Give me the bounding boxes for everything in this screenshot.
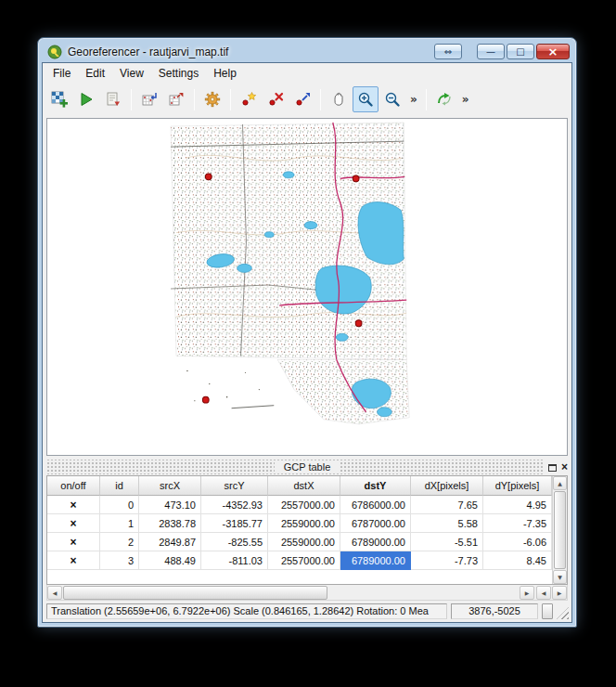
zoom-in-button[interactable]: [353, 86, 379, 112]
gcp-cell[interactable]: 6789000.00: [340, 533, 411, 551]
gcp-cell[interactable]: 2838.78: [139, 514, 201, 533]
gcp-cell[interactable]: 488.49: [139, 551, 201, 570]
scroll-right-button[interactable]: ▶: [520, 586, 534, 600]
gcp-marker[interactable]: [355, 320, 362, 327]
hscroll-track[interactable]: [63, 586, 519, 600]
delete-point-button[interactable]: [263, 86, 289, 112]
zoom-link-button[interactable]: [431, 86, 457, 112]
close-button[interactable]: ×: [536, 44, 570, 59]
gcp-cell[interactable]: 0: [100, 496, 139, 514]
gcp-cell[interactable]: -811.03: [201, 551, 268, 570]
scroll-up-button[interactable]: ▲: [553, 476, 567, 490]
arrange-button[interactable]: ⇔: [434, 44, 462, 59]
save-gcp-icon: [168, 91, 185, 108]
load-gcp-icon: [141, 91, 158, 108]
load-gcp-button[interactable]: [136, 86, 162, 112]
gcp-cell[interactable]: 2849.87: [139, 533, 201, 551]
minimize-button[interactable]: —: [477, 44, 505, 59]
table-horizontal-scrollbar[interactable]: ◀ ▶ ◀ ▶: [46, 585, 568, 601]
column-header-dsty[interactable]: dstY: [340, 476, 411, 496]
gcp-cell[interactable]: 1: [100, 514, 139, 533]
move-point-button[interactable]: [289, 86, 315, 112]
toolbar-overflow-button[interactable]: »: [406, 93, 421, 106]
transform-status: Translation (2.55659e+06, 6.7922e+06) Sc…: [46, 603, 447, 619]
gcp-cell[interactable]: 2557000.00: [268, 496, 340, 514]
gcp-cell[interactable]: 2559000.00: [268, 533, 340, 551]
scroll-down-button[interactable]: ▼: [553, 570, 567, 584]
add-point-button[interactable]: [236, 86, 262, 112]
raster-map: [47, 119, 567, 455]
gcp-cell[interactable]: 2559000.00: [268, 514, 340, 533]
table-vertical-scrollbar[interactable]: ▲ ▼: [552, 476, 567, 584]
gcp-cell[interactable]: 473.10: [139, 496, 201, 514]
gcp-cell[interactable]: -825.55: [201, 533, 268, 551]
gcp-marker[interactable]: [353, 175, 359, 182]
start-georeferencing-button[interactable]: [73, 86, 99, 112]
gcp-cell[interactable]: 2: [100, 533, 139, 551]
gcp-marker[interactable]: [202, 396, 209, 403]
save-gcp-button[interactable]: [163, 86, 189, 112]
delete-point-icon: [267, 91, 284, 108]
hscroll-thumb[interactable]: [63, 586, 327, 600]
transformation-settings-button[interactable]: [199, 86, 225, 112]
dock-float-icon: [548, 464, 557, 472]
gcp-enabled-checkbox[interactable]: ×: [47, 533, 100, 551]
menu-view[interactable]: View: [112, 65, 151, 82]
gcp-cell[interactable]: -3185.77: [201, 514, 268, 533]
gcp-cell[interactable]: -5.51: [411, 533, 483, 551]
pan-button[interactable]: [326, 86, 352, 112]
gcp-enabled-checkbox[interactable]: ×: [47, 496, 100, 514]
menu-file[interactable]: File: [45, 65, 78, 82]
gcp-cell[interactable]: 8.45: [483, 551, 552, 570]
gcp-cell[interactable]: -6.06: [483, 533, 552, 551]
scroll-extra-right-button[interactable]: ▶: [552, 586, 567, 600]
gcp-cell[interactable]: 5.58: [411, 514, 483, 533]
gcp-cell[interactable]: -4352.93: [201, 496, 268, 514]
table-row: × 3 488.49 -811.03 2557000.00 6789000.00…: [47, 551, 552, 570]
gcp-cell[interactable]: -7.35: [483, 514, 552, 533]
column-header-dstx[interactable]: dstX: [268, 476, 340, 496]
column-header-dx[interactable]: dX[pixels]: [411, 476, 483, 496]
toolbar-separator: [426, 89, 427, 110]
gcp-cell[interactable]: 2557000.00: [268, 551, 340, 570]
column-header-id[interactable]: id: [100, 476, 139, 496]
zoom-out-button[interactable]: [379, 86, 405, 112]
zoom-link-icon: [436, 91, 453, 108]
open-raster-button[interactable]: [46, 86, 72, 112]
maximize-button[interactable]: □: [507, 44, 534, 59]
column-header-onoff[interactable]: on/off: [47, 476, 100, 496]
toolbar-separator: [230, 89, 231, 110]
resize-grip[interactable]: [557, 607, 569, 619]
column-header-srcx[interactable]: srcX: [139, 476, 201, 496]
menu-help[interactable]: Help: [206, 65, 244, 82]
status-mini-button[interactable]: [542, 603, 553, 619]
scroll-left-button[interactable]: ◀: [47, 586, 62, 600]
gcp-enabled-checkbox[interactable]: ×: [47, 551, 100, 570]
column-header-srcy[interactable]: srcY: [201, 476, 268, 496]
gcp-cell-selected[interactable]: 6789000.00: [340, 551, 411, 570]
map-canvas[interactable]: [46, 118, 568, 456]
titlebar[interactable]: Georeferencer - rautjarvi_map.tif ⇔ — □ …: [38, 38, 576, 62]
gcp-cell[interactable]: 6787000.00: [340, 514, 411, 533]
dock-close-button[interactable]: ×: [561, 461, 568, 473]
gcp-cell[interactable]: -7.73: [411, 551, 483, 570]
gcp-cell[interactable]: 3: [100, 551, 139, 570]
toolbar-separator: [131, 89, 132, 110]
vscroll-track[interactable]: [553, 490, 567, 570]
menu-edit[interactable]: Edit: [78, 65, 112, 82]
gcp-cell[interactable]: 4.95: [483, 496, 552, 514]
play-icon: [78, 91, 95, 108]
gcp-marker[interactable]: [205, 174, 212, 180]
gcp-cell[interactable]: 7.65: [411, 496, 483, 514]
vscroll-thumb[interactable]: [554, 491, 566, 569]
toolbar-overflow-button-2[interactable]: »: [458, 93, 473, 106]
statusbar: Translation (2.55659e+06, 6.7922e+06) Sc…: [43, 601, 571, 622]
column-header-dy[interactable]: dY[pixels]: [483, 476, 552, 496]
dock-float-button[interactable]: [548, 459, 557, 475]
gcp-enabled-checkbox[interactable]: ×: [47, 514, 100, 533]
scroll-extra-left-button[interactable]: ◀: [536, 586, 551, 600]
gdal-script-button[interactable]: [100, 86, 126, 112]
gcp-dock-titlebar[interactable]: GCP table ×: [46, 460, 568, 474]
gcp-cell[interactable]: 6786000.00: [340, 496, 411, 514]
menu-settings[interactable]: Settings: [151, 65, 206, 82]
